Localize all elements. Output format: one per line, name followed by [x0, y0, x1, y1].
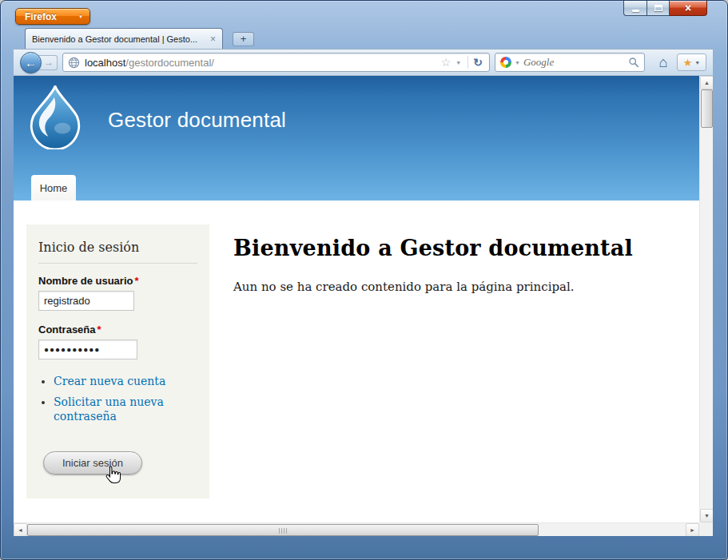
- login-block: Inicio de sesión Nombre de usuario* Cont…: [26, 224, 209, 498]
- create-account-link[interactable]: Crear nueva cuenta: [54, 375, 165, 387]
- url-bar[interactable]: localhost/gestordocumental/ ☆ ▼ ↻: [62, 53, 490, 72]
- password-label: Contraseña*: [38, 324, 197, 336]
- drupal-logo-icon[interactable]: [25, 85, 86, 149]
- page-title: Bienvenido a Gestor documental: [233, 236, 675, 260]
- url-separator: [467, 56, 468, 69]
- page-body-text: Aun no se ha creado contenido para la pá…: [233, 280, 675, 294]
- url-path: /gestordocumental/: [125, 57, 214, 69]
- browser-window: Firefox ▼ × Bienvenido a Gestor document…: [0, 0, 728, 560]
- tab-strip: Bienvenido a Gestor documental | Gesto..…: [14, 27, 713, 49]
- new-tab-button[interactable]: +: [233, 32, 254, 46]
- submit-area: Iniciar sesión: [43, 451, 142, 475]
- url-host: localhost: [85, 57, 125, 69]
- bookmark-star-icon[interactable]: ☆: [441, 56, 452, 69]
- scroll-right-button[interactable]: ►: [686, 523, 699, 536]
- request-password-link[interactable]: Solicitar una nueva contraseña: [54, 395, 164, 423]
- username-label: Nombre de usuario*: [38, 275, 197, 287]
- list-item: Solicitar una nueva contraseña: [54, 395, 197, 423]
- site-name[interactable]: Gestor documental: [108, 108, 286, 133]
- globe-icon: [68, 57, 80, 69]
- vertical-scrollbar-thumb[interactable]: [701, 89, 713, 128]
- minimize-icon: [632, 10, 639, 12]
- login-block-title: Inicio de sesión: [38, 236, 197, 264]
- nav-tab-home-label: Home: [40, 182, 68, 194]
- maximize-icon: [654, 5, 662, 11]
- search-input[interactable]: [523, 56, 628, 69]
- scroll-up-button[interactable]: ▲: [700, 76, 713, 89]
- window-controls: ×: [623, 1, 707, 16]
- password-input[interactable]: [38, 340, 137, 359]
- forward-icon: →: [44, 57, 54, 68]
- username-form-item: Nombre de usuario*: [38, 275, 197, 311]
- google-logo-icon[interactable]: [500, 57, 511, 68]
- search-box[interactable]: ▼: [495, 53, 645, 72]
- required-marker: *: [97, 324, 101, 336]
- nav-tab-home[interactable]: Home: [31, 175, 76, 201]
- search-icon[interactable]: [628, 57, 639, 68]
- main-content-row: Inicio de sesión Nombre de usuario* Cont…: [14, 201, 699, 498]
- chevron-down-icon: ▼: [78, 14, 83, 19]
- scroll-down-button[interactable]: ▼: [700, 509, 713, 522]
- horizontal-scrollbar-thumb[interactable]: [27, 524, 539, 536]
- close-icon: ×: [685, 2, 691, 14]
- bookmarks-button[interactable]: ★ ▼: [677, 54, 706, 71]
- maximize-button[interactable]: [646, 1, 670, 16]
- back-icon: ←: [25, 56, 37, 70]
- close-button[interactable]: ×: [670, 1, 707, 16]
- scroll-left-button[interactable]: ◄: [14, 523, 27, 536]
- bookmarks-star-icon: ★: [683, 58, 693, 68]
- content-column: Bienvenido a Gestor documental Aun no se…: [233, 224, 699, 294]
- tab-title: Bienvenido a Gestor documental | Gesto..…: [32, 34, 205, 44]
- site-header: Gestor documental Home: [14, 76, 699, 201]
- url-dropdown-icon[interactable]: ▼: [455, 60, 461, 66]
- title-bar[interactable]: Firefox ▼ ×: [1, 1, 727, 27]
- search-engine-dropdown-icon[interactable]: ▼: [515, 60, 520, 66]
- minimize-button[interactable]: [623, 1, 646, 16]
- login-links: Crear nueva cuenta Solicitar una nueva c…: [38, 374, 197, 424]
- horizontal-scrollbar[interactable]: ◄ ►: [14, 522, 699, 536]
- login-submit-button[interactable]: Iniciar sesión: [43, 451, 142, 475]
- firefox-menu-button[interactable]: Firefox ▼: [15, 8, 90, 25]
- web-page: Gestor documental Home Inicio de sesión …: [14, 76, 699, 522]
- firefox-menu-label: Firefox: [25, 11, 57, 22]
- back-button[interactable]: ←: [20, 52, 42, 73]
- home-icon: ⌂: [659, 54, 668, 70]
- browser-viewport: Gestor documental Home Inicio de sesión …: [14, 76, 713, 536]
- navigation-toolbar: ← → localhost/gestordocumental/ ☆ ▼ ↻ ▼: [14, 49, 713, 76]
- bookmarks-dropdown-icon: ▼: [694, 60, 700, 66]
- tab-gestor-documental[interactable]: Bienvenido a Gestor documental | Gesto..…: [25, 28, 223, 49]
- url-text[interactable]: localhost/gestordocumental/: [85, 57, 440, 69]
- tab-close-icon[interactable]: ×: [210, 34, 216, 44]
- username-input[interactable]: [38, 291, 134, 311]
- vertical-scrollbar[interactable]: ▲ ▼: [699, 76, 713, 522]
- reload-icon[interactable]: ↻: [473, 56, 483, 69]
- password-form-item: Contraseña*: [38, 324, 197, 359]
- list-item: Crear nueva cuenta: [54, 374, 197, 388]
- mouse-cursor-icon: [104, 465, 121, 486]
- required-marker: *: [134, 275, 138, 287]
- scrollbar-corner: [699, 522, 713, 536]
- home-button[interactable]: ⌂: [653, 54, 674, 71]
